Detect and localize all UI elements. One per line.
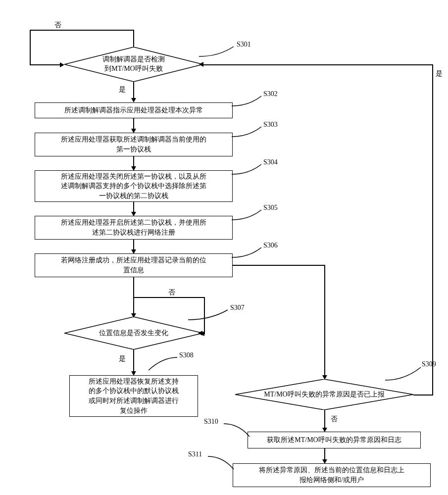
step-tag-s308: S308 <box>179 351 194 359</box>
label-yes-s301: 是 <box>119 85 126 94</box>
step-tag-s309: S309 <box>422 360 436 368</box>
label-no-s309: 否 <box>331 415 338 424</box>
decision-s307-text: 位置信息是否发生变化 <box>64 317 203 349</box>
process-s302-text: 所述调制解调器指示应用处理器处理本次异常 <box>64 105 203 115</box>
step-tag-s307: S307 <box>230 304 245 312</box>
step-tag-s304: S304 <box>263 158 278 166</box>
step-tag-s306: S306 <box>263 242 278 249</box>
process-s306: 若网络注册成功，所述应用处理器记录当前的位置信息 <box>35 253 233 277</box>
decision-s307: 位置信息是否发生变化 <box>64 317 203 349</box>
step-tag-s311: S311 <box>188 450 202 458</box>
label-no-s307: 否 <box>168 288 175 297</box>
label-yes-s309: 是 <box>436 69 443 78</box>
decision-s309: MT/MO呼叫失败的异常原因是否已上报 <box>235 379 413 410</box>
process-s308: 所述应用处理器恢复所述支持的多个协议栈中的默认协议栈或同时对所述调制解调器进行复… <box>69 375 198 417</box>
process-s302: 所述调制解调器指示应用处理器处理本次异常 <box>35 102 233 118</box>
process-s311-text: 将所述异常原因、所述当前的位置信息和日志上报给网络侧和/或用户 <box>259 465 404 485</box>
flowchart-canvas: 调制解调器是否检测到MT/MO呼叫失败 否 S301 是 所述调制解调器指示应用… <box>0 0 448 495</box>
process-s310-text: 获取所述MT/MO呼叫失败的异常原因和日志 <box>267 435 401 445</box>
decision-s301: 调制解调器是否检测到MT/MO呼叫失败 <box>64 47 203 82</box>
step-tag-s310: S310 <box>204 418 218 426</box>
process-s306-text: 若网络注册成功，所述应用处理器记录当前的位置信息 <box>61 255 206 275</box>
process-s310: 获取所述MT/MO呼叫失败的异常原因和日志 <box>248 432 421 448</box>
label-no-s301: 否 <box>54 21 61 30</box>
decision-s309-text: MT/MO呼叫失败的异常原因是否已上报 <box>235 379 413 410</box>
process-s311: 将所述异常原因、所述当前的位置信息和日志上报给网络侧和/或用户 <box>233 463 431 487</box>
process-s308-text: 所述应用处理器恢复所述支持的多个协议栈中的默认协议栈或同时对所述调制解调器进行复… <box>89 377 179 415</box>
decision-s301-text: 调制解调器是否检测到MT/MO呼叫失败 <box>64 47 203 82</box>
step-tag-s302: S302 <box>263 90 278 98</box>
label-yes-s307: 是 <box>119 354 126 363</box>
process-s303: 所述应用处理器获取所述调制解调器当前使用的第一协议栈 <box>35 133 233 156</box>
process-s305-text: 所述应用处理器开启所述第二协议栈，并使用所述第二协议栈进行网络注册 <box>61 218 206 237</box>
process-s304-text: 所述应用处理器关闭所述第一协议栈，以及从所述调制解调器支持的多个协议栈中选择除所… <box>61 172 206 201</box>
step-tag-s301: S301 <box>237 41 251 49</box>
step-tag-s303: S303 <box>263 121 278 129</box>
process-s303-text: 所述应用处理器获取所述调制解调器当前使用的第一协议栈 <box>61 135 206 154</box>
process-s304: 所述应用处理器关闭所述第一协议栈，以及从所述调制解调器支持的多个协议栈中选择除所… <box>35 170 233 202</box>
step-tag-s305: S305 <box>263 204 278 212</box>
process-s305: 所述应用处理器开启所述第二协议栈，并使用所述第二协议栈进行网络注册 <box>35 216 233 240</box>
